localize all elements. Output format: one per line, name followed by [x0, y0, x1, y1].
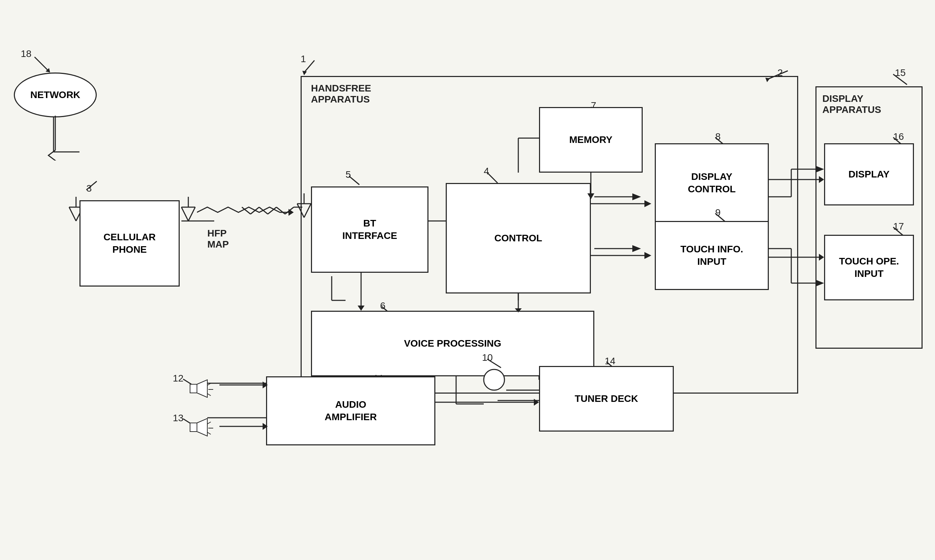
svg-line-100 [207, 422, 211, 424]
svg-rect-92 [190, 384, 197, 393]
svg-line-54 [181, 207, 188, 221]
svg-line-61 [304, 60, 315, 72]
ref4-arrow [484, 171, 501, 185]
touch-info-input-block: TOUCH INFO.INPUT [655, 221, 769, 290]
handsfree-apparatus-label: HANDSFREEAPPARATUS [311, 83, 371, 105]
svg-line-66 [487, 172, 498, 183]
ref18-arrow [31, 54, 59, 74]
hfp-antenna-left [180, 197, 197, 225]
svg-marker-78 [358, 306, 364, 311]
cellular-phone-label: CELLULARPHONE [104, 231, 156, 256]
svg-line-47 [86, 181, 97, 190]
memory-block: MEMORY [539, 107, 643, 172]
cellular-phone-block: CELLULARPHONE [79, 200, 180, 286]
touch-info-input-label: TOUCH INFO.INPUT [680, 243, 743, 268]
display-control-block: DISPLAYCONTROL [655, 143, 769, 223]
ref1-arrow [301, 59, 321, 76]
svg-line-81 [893, 74, 907, 85]
svg-marker-80 [515, 308, 522, 312]
bt-interface-label: BTINTERFACE [343, 217, 397, 242]
svg-marker-104 [262, 382, 268, 388]
ref3-arrow [79, 180, 100, 193]
network-label: NETWORK [31, 89, 80, 100]
memory-label: MEMORY [569, 134, 613, 146]
bt-to-voice-line [351, 271, 372, 312]
control-to-voice-line [505, 292, 532, 312]
touch-ope-input-block: TOUCH OPE.INPUT [824, 235, 914, 300]
svg-rect-98 [190, 423, 197, 432]
control-to-display-control-line [589, 190, 655, 217]
display-ctrl-to-display-line [767, 174, 826, 185]
svg-line-102 [207, 432, 211, 434]
wireless-link-line [197, 205, 294, 219]
speaker-13-icon [188, 418, 219, 438]
svg-line-55 [188, 207, 195, 221]
voice-processing-label: VOICE PROCESSING [404, 337, 501, 350]
svg-marker-84 [819, 176, 824, 183]
audio-amplifier-block: AUDIOAMPLIFIER [266, 376, 435, 445]
svg-marker-115 [534, 399, 539, 406]
ref15-arrow [890, 72, 910, 86]
svg-marker-64 [765, 78, 770, 82]
diagram: 18 NETWORK 3 CELLULARPHONE HFPMAP [0, 0, 935, 560]
ref2-arrow [764, 69, 791, 83]
touch-ope-input-label: TOUCH OPE.INPUT [839, 255, 899, 280]
bt-interface-block: BTINTERFACE [311, 186, 429, 273]
tuner-deck-label: TUNER DECK [575, 392, 638, 405]
svg-line-107 [487, 359, 501, 368]
svg-marker-71 [644, 200, 651, 207]
ref5-arrow [346, 174, 363, 186]
svg-line-44 [35, 57, 48, 71]
svg-line-96 [207, 394, 211, 395]
svg-line-50 [69, 207, 76, 221]
speaker-12-icon [188, 379, 219, 400]
touch-info-to-touch-ope-line [767, 252, 826, 262]
speaker13-to-audio-line [218, 421, 268, 432]
control-to-touch-line [589, 242, 655, 269]
tuner-deck-block: TUNER DECK [539, 366, 674, 432]
display-apparatus-box [815, 86, 923, 349]
display-apparatus-label: DISPLAYAPPARATUS [822, 93, 881, 115]
hfp-map-label: HFPMAP [207, 228, 229, 250]
display-label: DISPLAY [849, 168, 890, 181]
speaker12-to-audio-line [218, 380, 268, 390]
network-block: NETWORK [14, 72, 97, 117]
audio-amplifier-label: AUDIOAMPLIFIER [325, 398, 377, 424]
svg-marker-106 [262, 423, 268, 430]
svg-line-65 [349, 176, 359, 185]
svg-line-94 [207, 383, 211, 385]
svg-marker-56 [289, 209, 294, 216]
svg-line-63 [767, 71, 788, 79]
display-block: DISPLAY [824, 143, 914, 205]
display-control-label: DISPLAYCONTROL [688, 171, 736, 196]
control-label: CONTROL [494, 232, 542, 245]
svg-marker-62 [302, 71, 307, 75]
svg-marker-74 [644, 252, 651, 259]
ref-18: 18 [21, 48, 31, 59]
svg-marker-87 [819, 254, 824, 261]
svg-marker-93 [197, 380, 207, 397]
audio-to-tuner-line [434, 397, 541, 408]
network-to-cellular-line [45, 115, 66, 160]
svg-marker-99 [197, 418, 207, 436]
